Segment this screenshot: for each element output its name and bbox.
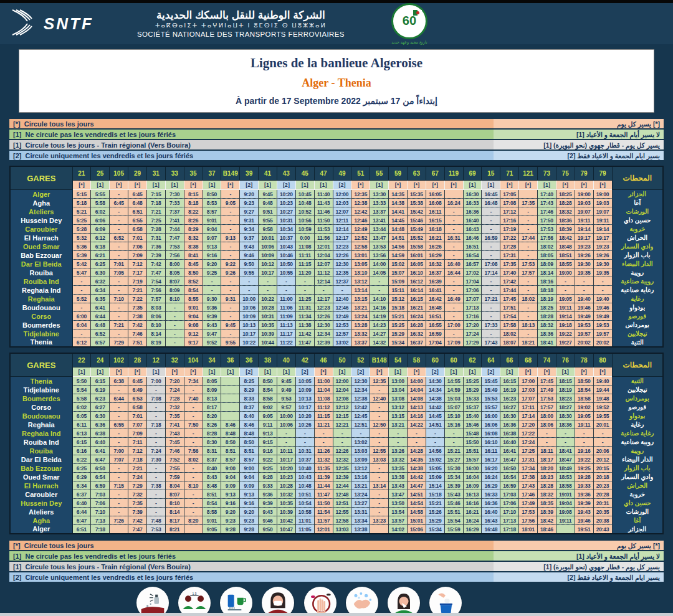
time-cell: 13:44	[370, 225, 389, 234]
time-cell: 11:17	[277, 329, 295, 338]
time-cell: 14:41	[389, 207, 408, 216]
time-cell: 7:21	[128, 464, 147, 473]
station-name: Caroubier	[10, 225, 72, 234]
time-cell: 8:50	[184, 268, 203, 277]
time-cell: 16:33	[482, 490, 500, 499]
station-name-ar: باب الزوار	[612, 464, 663, 473]
time-cell: 18:28	[537, 481, 556, 490]
station-name: Boumerdes	[10, 394, 72, 403]
time-cell	[444, 190, 463, 199]
time-cell: 7:21	[128, 286, 147, 295]
time-cell: 14:51	[426, 420, 444, 429]
station-row: Boumerdes5:586:236:446:537:087:287:408:1…	[10, 394, 663, 403]
time-cell: 12:21	[333, 420, 351, 429]
time-cell: 16:30	[463, 190, 482, 199]
time-cell: -	[556, 438, 575, 447]
time-cell: 14:38	[389, 199, 408, 207]
time-cell: 10:20	[295, 412, 314, 420]
timetable-thenia-alger: GARES2224102281232104343636384042465052B…	[9, 353, 664, 534]
time-cell: -	[146, 508, 165, 516]
time-cell: 6:59	[91, 481, 110, 490]
time-cell: 10:34	[277, 225, 295, 234]
stations-header-ar: المحطات	[612, 353, 663, 377]
time-cell	[221, 394, 240, 403]
station-name: Reghaia Ind	[10, 286, 72, 295]
time-cell: 16:20	[482, 464, 500, 473]
time-cell: 16:49	[444, 295, 463, 303]
time-cell: 5:21	[72, 207, 91, 216]
legend-text-fr: [*] Circule tous les jours	[13, 542, 94, 549]
time-cell: 9:16	[221, 499, 240, 508]
station-row: Corso6:006:44-7:388:06-9:049:39-10:0910:…	[10, 312, 663, 321]
station-row: Reghaia Ind-6:34-7:217:568:098:54-------…	[10, 286, 663, 295]
gares-header: GARES	[10, 166, 72, 190]
time-cell: -	[519, 329, 538, 338]
time-cell: 16:27	[500, 403, 519, 412]
station-name: Tidjelabine	[10, 329, 72, 338]
time-cell: 10:06	[240, 303, 259, 312]
time-cell: 12:03	[333, 199, 351, 207]
time-cell: 18:35	[537, 499, 556, 508]
time-cell: 10:11	[277, 447, 295, 455]
timetable: GARES2224102281232104343636384042465052B…	[9, 353, 664, 534]
company-name-tifinagh: ⵜⴰⴽⴱⴰⵏⵉⵜ ⵜⴰⵖⵍⵏⴰⵡⵜ ⵏ ⵓⵎⵙⵏⵉ ⵙ ⵡⵓⵣⵣⴰⵍ	[137, 22, 345, 30]
time-cell: 14:56	[426, 447, 444, 455]
time-cell: 19:23	[593, 242, 612, 251]
time-cell: 7:59	[165, 473, 184, 481]
time-cell: 17:08	[500, 199, 519, 207]
time-cell: 13:53	[370, 242, 389, 251]
time-cell: 17:14	[482, 268, 500, 277]
time-cell: 17:49	[519, 499, 538, 508]
time-cell: 13:31	[351, 508, 370, 516]
train-day-symbol: [*]	[165, 367, 184, 377]
time-cell: -	[370, 277, 389, 286]
time-cell: 6:27	[91, 403, 110, 412]
time-cell: 6:48	[128, 199, 147, 207]
time-cell: 14:16	[370, 303, 389, 312]
time-cell: 17:46	[519, 490, 538, 499]
train-day-symbol: [1]	[165, 181, 184, 190]
time-cell: 13:23	[370, 516, 389, 525]
station-name-ar: بومرداس	[612, 394, 663, 403]
time-cell: 12:04	[333, 386, 351, 394]
time-cell: 12:49	[333, 312, 351, 321]
legend-text-ar: يسير كل يوم - قطار جهوي (نحو البويرة) [1…	[543, 563, 660, 571]
time-cell: 18:42	[537, 516, 556, 525]
time-cell: 12:37	[333, 277, 351, 286]
time-cell: 7:41	[165, 420, 184, 429]
time-cell: 11:46	[314, 207, 333, 216]
time-cell: 12:57	[333, 329, 351, 338]
time-cell: 18:32	[537, 321, 556, 329]
time-cell: 6:52	[110, 234, 128, 242]
time-cell: 6:06	[91, 216, 110, 225]
time-cell: 10:22	[240, 338, 259, 348]
time-cell: 8:09	[203, 386, 221, 394]
time-cell: 16:10	[482, 438, 500, 447]
time-cell: 19:40	[593, 295, 612, 303]
time-cell: 10:17	[295, 403, 314, 412]
time-cell: 19:53	[575, 321, 593, 329]
time-cell: 19:00	[556, 268, 575, 277]
station-name: Oued Smar	[10, 242, 72, 251]
time-cell: 16:54	[463, 251, 482, 260]
time-cell: 7:46	[165, 447, 184, 455]
time-cell: -	[110, 190, 128, 199]
health-icons-row: تنظيف وتعقيم الأسطح1,5احترموا التباعد ال…	[134, 587, 464, 616]
time-cell: 9:05	[203, 525, 221, 534]
train-day-symbol: [1]	[482, 181, 500, 190]
time-cell: 18:19	[537, 295, 556, 303]
time-cell: -	[519, 251, 538, 260]
time-cell: 15:11	[389, 286, 408, 295]
emblem-number: 60	[403, 14, 416, 28]
station-row: Rouiba Ind6:156:40-7:11-7:45-8:308:508:5…	[10, 438, 663, 447]
train-number: 104	[184, 353, 203, 367]
time-cell: 16:40	[444, 260, 463, 268]
time-cell: -	[370, 508, 389, 516]
time-cell: -	[370, 473, 389, 481]
time-cell: 13:30	[370, 190, 389, 199]
station-name-ar: وادي السمار	[612, 473, 663, 481]
station-name: Ateliers	[10, 508, 72, 516]
time-cell: 19:27	[556, 338, 575, 348]
time-cell: 7:56	[146, 286, 165, 295]
time-cell: 6:35	[91, 295, 110, 303]
